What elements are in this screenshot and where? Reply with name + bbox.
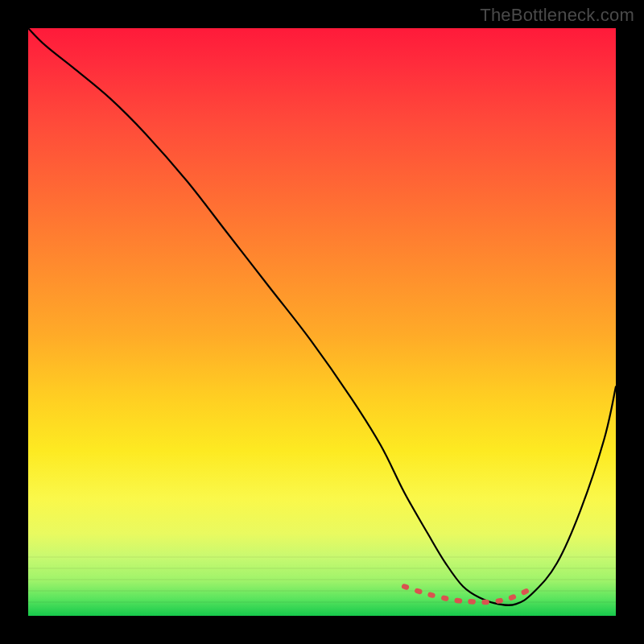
bottleneck-curve bbox=[28, 28, 616, 605]
chart-frame: TheBottleneck.com bbox=[0, 0, 644, 644]
watermark-label: TheBottleneck.com bbox=[480, 5, 634, 26]
plot-area bbox=[28, 28, 616, 616]
curve-svg bbox=[28, 28, 616, 616]
